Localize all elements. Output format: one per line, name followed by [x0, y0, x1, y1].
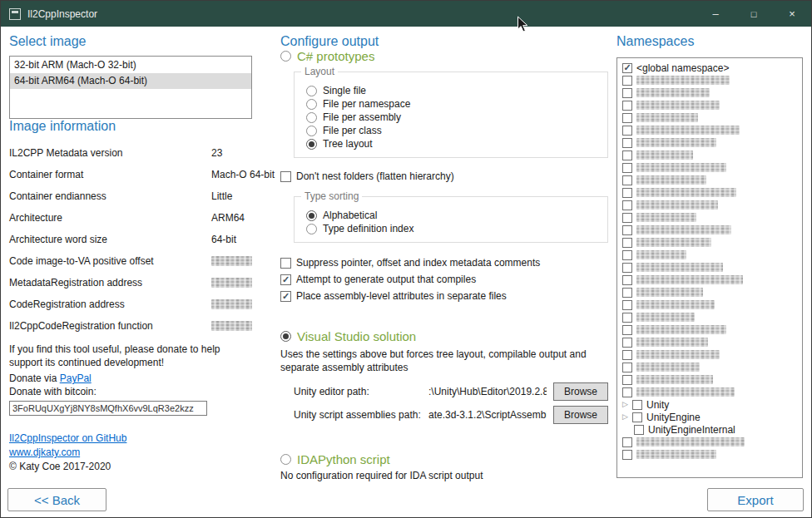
unity-script-path-row: Unity script assemblies path: ate.3d-3.1…: [294, 406, 608, 424]
github-link[interactable]: Il2CppInspector on GitHub: [9, 432, 126, 444]
namespaces-list[interactable]: <global namespace>: [616, 57, 803, 478]
checkbox-flatten-hierarchy[interactable]: Don't nest folders (flatten hierarchy): [280, 170, 608, 183]
radio-file-per-class[interactable]: File per class: [306, 124, 599, 137]
bitcoin-address-input[interactable]: [9, 401, 207, 416]
namespace-item-redacted[interactable]: [621, 312, 799, 323]
namespace-item-redacted[interactable]: [621, 224, 799, 235]
namespace-item-redacted[interactable]: [621, 125, 799, 136]
checkbox-icon: [280, 171, 291, 182]
checkbox-icon-checked: [622, 63, 632, 73]
radio-file-per-namespace[interactable]: File per namespace: [306, 97, 599, 111]
browse-script-button[interactable]: Browse: [553, 406, 608, 424]
namespace-item-redacted[interactable]: [621, 449, 799, 460]
radio-single-file[interactable]: Single file: [306, 84, 599, 97]
image-information-heading: Image information: [9, 119, 252, 134]
checkbox-assembly-attributes[interactable]: Place assembly-level attributes in separ…: [280, 289, 608, 303]
namespace-item-redacted[interactable]: [621, 162, 799, 173]
image-option[interactable]: 32-bit ARM (Mach-O 32-bit): [10, 57, 251, 73]
namespace-item-redacted[interactable]: [621, 387, 799, 397]
namespace-item-redacted[interactable]: [621, 274, 799, 285]
namespace-item-redacted[interactable]: [621, 187, 799, 198]
image-option-selected[interactable]: 64-bit ARM64 (Mach-O 64-bit): [10, 73, 251, 89]
radio-file-per-assembly[interactable]: File per assembly: [306, 111, 599, 124]
namespace-item-redacted[interactable]: [621, 137, 799, 148]
radio-visual-studio-solution[interactable]: Visual Studio solution: [280, 329, 608, 343]
checkbox-icon: [622, 101, 632, 111]
checkbox-icon: [280, 258, 291, 269]
namespace-item-redacted[interactable]: [621, 249, 799, 260]
info-label: Container format: [9, 169, 211, 180]
checkbox-icon: [622, 238, 632, 248]
checkbox-icon: [622, 76, 632, 86]
namespace-item-redacted[interactable]: [621, 175, 799, 185]
info-label: Il2CppCodeRegistration function: [9, 320, 211, 332]
namespace-item-redacted[interactable]: [621, 437, 799, 447]
export-button[interactable]: Export: [707, 488, 804, 511]
checkbox-generate-compilable[interactable]: Attempt to generate output that compiles: [280, 273, 608, 286]
radio-csharp-prototypes[interactable]: C# prototypes: [280, 49, 608, 63]
titlebar[interactable]: Il2CppInspector – □ ×: [1, 1, 811, 27]
website-link[interactable]: www.djkaty.com: [9, 446, 80, 458]
namespace-item-redacted[interactable]: [621, 200, 799, 210]
radio-label: Tree layout: [323, 138, 373, 150]
checkbox-icon: [622, 450, 632, 460]
type-sorting-group-label: Type sorting: [301, 190, 362, 202]
browse-editor-button[interactable]: Browse: [553, 382, 608, 401]
radio-type-definition-index[interactable]: Type definition index: [306, 222, 599, 235]
namespace-item-redacted[interactable]: [621, 324, 799, 335]
namespace-item-global[interactable]: <global namespace>: [621, 62, 799, 73]
namespace-item-redacted[interactable]: [621, 212, 799, 223]
expander-icon[interactable]: ▷: [622, 399, 632, 410]
info-row: Container format Mach-O 64-bit: [9, 164, 252, 185]
info-value: Mach-O 64-bit: [211, 169, 275, 180]
maximize-button[interactable]: □: [735, 1, 773, 27]
namespace-item-redacted[interactable]: [621, 374, 799, 385]
checkbox-icon: [622, 213, 632, 223]
minimize-button[interactable]: –: [696, 1, 735, 27]
namespace-item-redacted[interactable]: [621, 150, 799, 160]
namespace-item-redacted[interactable]: [621, 237, 799, 248]
info-label: Architecture word size: [9, 234, 211, 245]
radio-tree-layout[interactable]: Tree layout: [306, 137, 599, 150]
radio-alphabetical[interactable]: Alphabetical: [306, 209, 599, 222]
namespace-item-redacted[interactable]: [621, 349, 799, 360]
radio-label: Type definition index: [323, 223, 413, 234]
app-window: Il2CppInspector – □ × Select image 32-bi…: [0, 0, 812, 518]
checkbox-label: Place assembly-level attributes in separ…: [296, 290, 507, 302]
info-row: Architecture word size 64-bit: [9, 229, 252, 250]
expander-icon[interactable]: ▷: [622, 412, 632, 422]
namespace-item-redacted[interactable]: [621, 112, 799, 123]
namespace-item-redacted[interactable]: [621, 75, 799, 86]
close-button[interactable]: ×: [773, 1, 811, 27]
namespace-item-redacted[interactable]: [621, 87, 799, 98]
namespace-item-unityengine[interactable]: ▷ UnityEngine: [621, 412, 799, 422]
namespace-item-redacted[interactable]: [621, 287, 799, 298]
ida-description: No configuration required for IDA script…: [280, 470, 590, 483]
namespace-label: Unity: [646, 399, 669, 411]
radio-idapython-script[interactable]: IDAPython script: [280, 452, 608, 466]
left-panel: Select image 32-bit ARM (Mach-O 32-bit) …: [9, 34, 252, 475]
radio-icon: [306, 224, 317, 234]
paypal-link[interactable]: PayPal: [60, 372, 92, 384]
checkbox-icon: [622, 150, 632, 160]
namespace-item-redacted[interactable]: [621, 362, 799, 372]
bitcoin-label: Donate with bitcoin:: [9, 386, 252, 397]
checkbox-icon: [622, 250, 632, 260]
namespace-item-redacted[interactable]: [621, 262, 799, 273]
info-label: MetadataRegistration address: [9, 277, 211, 289]
radio-label: IDAPython script: [297, 452, 390, 466]
namespace-item-unity[interactable]: ▷ Unity: [621, 399, 799, 410]
checkbox-icon: [622, 113, 632, 123]
checkbox-suppress-comments[interactable]: Suppress pointer, offset and index metad…: [280, 256, 608, 269]
info-value: ARM64: [211, 212, 245, 224]
namespace-item-unityengineinternal[interactable]: UnityEngineInternal: [621, 424, 799, 435]
back-button[interactable]: << Back: [7, 488, 106, 511]
namespace-item-redacted[interactable]: [621, 337, 799, 348]
namespace-item-redacted[interactable]: [621, 100, 799, 111]
info-label: Container endianness: [9, 190, 211, 202]
copyright-text: © Katy Coe 2017-2020: [9, 461, 252, 472]
donate-via-label: Donate via: [9, 372, 60, 384]
namespace-item-redacted[interactable]: [621, 299, 799, 310]
unity-script-path-value: ate.3d-3.1.2\ScriptAssemblies: [428, 409, 547, 421]
image-listbox[interactable]: 32-bit ARM (Mach-O 32-bit) 64-bit ARM64 …: [9, 56, 252, 119]
